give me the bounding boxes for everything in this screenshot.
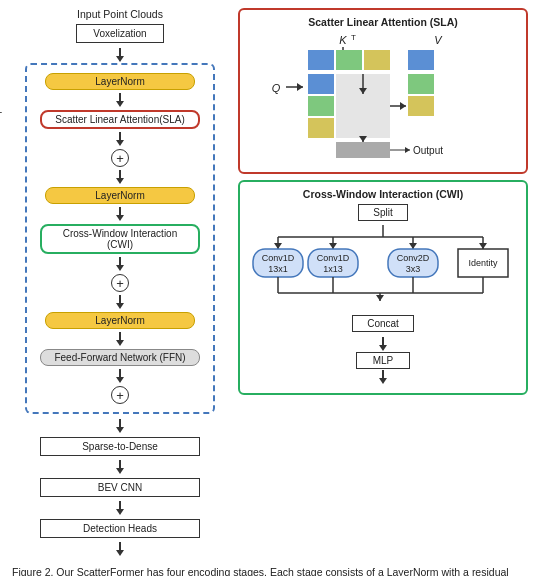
svg-rect-17 [408, 50, 434, 70]
arr-cwi [116, 257, 124, 271]
right-diagrams: Scatter Linear Attention (SLA) K T V Q [238, 8, 528, 557]
plus-3: + [111, 386, 129, 404]
svg-text:Conv2D: Conv2D [397, 253, 430, 263]
arr-ln3 [116, 332, 124, 346]
sla-title: Scatter Linear Attention (SLA) [248, 16, 518, 28]
svg-marker-7 [297, 83, 303, 91]
arr-plus1 [116, 170, 124, 184]
layer-norm-3: LayerNorm [45, 312, 195, 329]
arr-det [116, 542, 124, 556]
arr-ffn [116, 369, 124, 383]
arr-sd [116, 460, 124, 474]
svg-text:3x3: 3x3 [406, 264, 421, 274]
top-area: Input Point Clouds Voxelization × L Laye… [10, 8, 528, 557]
left-diagram: Input Point Clouds Voxelization × L Laye… [10, 8, 230, 557]
svg-rect-18 [408, 74, 434, 94]
cwi-branches-svg: Conv1D 13x1 Conv1D 1x13 Conv2D 3x3 Ident… [248, 225, 518, 315]
input-clouds-title: Input Point Clouds [77, 8, 163, 20]
bottom-boxes: Sparse-to-Dense BEV CNN Detection Heads [25, 437, 215, 557]
svg-marker-37 [479, 243, 487, 249]
cwi-title: Cross-Window Interaction (CWI) [248, 188, 518, 200]
mlp-box: MLP [356, 352, 411, 369]
svg-text:13x1: 13x1 [268, 264, 288, 274]
arr-ln1 [116, 93, 124, 107]
split-box: Split [358, 204, 407, 221]
sla-box: Scatter Linear Attention(SLA) [40, 110, 200, 129]
svg-text:K: K [339, 34, 347, 46]
svg-marker-35 [409, 243, 417, 249]
arr-sla [116, 132, 124, 146]
svg-marker-27 [405, 147, 410, 153]
svg-rect-12 [308, 96, 334, 116]
svg-text:Conv1D: Conv1D [262, 253, 295, 263]
arr-bev [116, 501, 124, 515]
arr-plus2 [116, 295, 124, 309]
svg-text:1x13: 1x13 [323, 264, 343, 274]
arr-concat [379, 337, 387, 351]
cwi-diagram: Cross-Window Interaction (CWI) Split [238, 180, 528, 395]
plus-1: + [111, 149, 129, 167]
sla-svg: K T V Q [248, 32, 518, 162]
svg-text:Conv1D: Conv1D [317, 253, 350, 263]
xl-label: × L [0, 103, 3, 115]
svg-text:Output: Output [413, 145, 443, 156]
sparse-dense-box: Sparse-to-Dense [40, 437, 200, 456]
svg-rect-9 [336, 50, 362, 70]
svg-text:T: T [351, 33, 356, 42]
svg-marker-33 [329, 243, 337, 249]
cwi-content: Split [248, 204, 518, 385]
svg-text:Identity: Identity [468, 258, 498, 268]
layer-norm-2: LayerNorm [45, 187, 195, 204]
svg-marker-31 [274, 243, 282, 249]
svg-rect-22 [336, 142, 390, 158]
concat-box: Concat [352, 315, 414, 332]
svg-marker-24 [359, 136, 367, 142]
svg-marker-55 [376, 295, 384, 301]
loop-box: LayerNorm Scatter Linear Attention(SLA) … [25, 63, 215, 414]
voxelization-box: Voxelization [76, 24, 163, 43]
caption: Figure 2. Our ScatterFormer has four enc… [10, 565, 528, 576]
svg-rect-11 [308, 74, 334, 94]
arr-mlp [379, 370, 387, 384]
layer-norm-1: LayerNorm [45, 73, 195, 90]
sla-diagram: Scatter Linear Attention (SLA) K T V Q [238, 8, 528, 174]
bev-cnn-box: BEV CNN [40, 478, 200, 497]
arrow1 [116, 48, 124, 62]
detection-box: Detection Heads [40, 519, 200, 538]
svg-rect-19 [408, 96, 434, 116]
svg-text:V: V [434, 34, 443, 46]
svg-rect-13 [308, 118, 334, 138]
cwi-box: Cross-Window Interaction (CWI) [40, 224, 200, 254]
main-container: Input Point Clouds Voxelization × L Laye… [0, 0, 538, 576]
ffn-box: Feed-Forward Network (FFN) [40, 349, 200, 366]
arr-ln2 [116, 207, 124, 221]
svg-text:Q: Q [272, 82, 281, 94]
arr-loop-end [116, 419, 124, 433]
plus-2: + [111, 274, 129, 292]
svg-marker-21 [400, 102, 406, 110]
svg-rect-8 [308, 50, 334, 70]
svg-rect-10 [364, 50, 390, 70]
